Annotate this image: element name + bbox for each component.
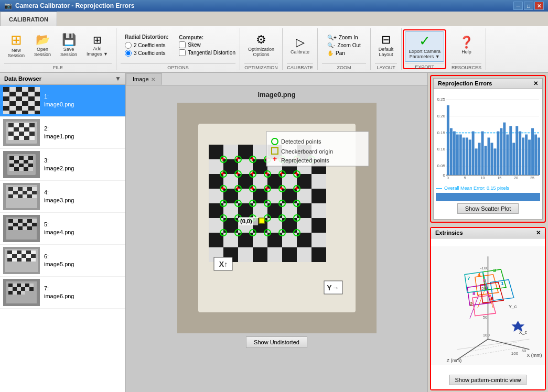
svg-rect-35 (28, 111, 35, 114)
svg-rect-315 (475, 148, 478, 175)
browser-item-1[interactable]: 1: image0.png (0, 85, 125, 117)
browser-name-7: image6.png (44, 292, 74, 300)
svg-rect-71 (9, 164, 14, 167)
save-session-button[interactable]: 💾 SaveSession (57, 31, 81, 60)
browser-list[interactable]: 1: image0.png (0, 85, 125, 392)
browser-label-7: 7: image6.png (44, 285, 74, 301)
mean-error-bar (436, 193, 540, 201)
svg-rect-103 (8, 219, 13, 223)
svg-rect-333 (531, 128, 534, 176)
svg-rect-7 (3, 92, 9, 96)
svg-rect-13 (3, 96, 9, 101)
svg-text:Checkerboard origin: Checkerboard origin (281, 148, 333, 155)
resources-group-label: RESOURCES (452, 63, 481, 70)
svg-rect-78 (19, 167, 24, 171)
svg-rect-329 (519, 132, 521, 176)
svg-rect-8 (9, 92, 16, 96)
show-undistorted-button[interactable]: Show Undistorted (246, 336, 307, 348)
data-browser-collapse-btn[interactable]: ▼ (115, 75, 121, 82)
svg-rect-317 (481, 132, 484, 176)
svg-rect-313 (469, 139, 471, 175)
browser-item-4[interactable]: 4: image3.png (0, 181, 125, 213)
svg-rect-151 (21, 287, 25, 291)
svg-rect-137 (22, 258, 26, 262)
svg-rect-311 (463, 137, 465, 175)
browser-item-2[interactable]: 2: image1.png (0, 117, 125, 149)
svg-rect-80 (28, 167, 33, 171)
svg-rect-73 (19, 164, 24, 167)
optimization-icon: ⚙ (256, 34, 266, 46)
close-button[interactable]: ✕ (534, 2, 544, 10)
reprojection-errors-close-icon[interactable]: ✕ (533, 80, 538, 87)
optimization-group-label: OPTIMIZATION (244, 63, 278, 70)
thumbnail-2 (3, 119, 40, 146)
svg-rect-322 (497, 132, 499, 176)
help-button[interactable]: ❓ Help (456, 34, 477, 57)
svg-rect-324 (503, 123, 506, 175)
radial-distortion-label: Radial Distortion: (125, 34, 168, 40)
optimization-options-button[interactable]: ⚙ OptimizationOptions (244, 31, 278, 60)
maximize-button[interactable]: □ (524, 2, 533, 10)
add-images-label: AddImages ▼ (87, 46, 108, 57)
svg-rect-62 (14, 156, 19, 160)
svg-rect-4 (22, 87, 28, 92)
export-camera-params-button[interactable]: ✓ Export CameraParameters ▼ (405, 31, 444, 62)
checkbox-skew[interactable]: Skew (179, 41, 235, 48)
new-session-button[interactable]: ⊞ NewSession (4, 30, 28, 61)
svg-rect-155 (13, 291, 17, 295)
checkbox-tangential[interactable]: Tangential Distortion (179, 49, 235, 56)
svg-rect-3 (16, 87, 22, 92)
help-label: Help (461, 49, 471, 55)
show-scatter-plot-button[interactable]: Show Scatter Plot (457, 203, 519, 214)
add-images-button[interactable]: ⊞ AddImages ▼ (83, 32, 112, 59)
title-bar-controls[interactable]: ─ □ ✕ (513, 2, 544, 10)
svg-text:X (mm): X (mm) (526, 353, 542, 358)
ribbon-group-resources: ❓ Help RESOURCES (447, 28, 486, 70)
zoom-out-label: Zoom Out (337, 42, 360, 48)
svg-rect-183 (311, 174, 326, 189)
svg-rect-30 (35, 106, 40, 111)
open-session-button[interactable]: 📂 OpenSession (30, 31, 55, 60)
browser-item-7[interactable]: 7: image6.png (0, 277, 125, 309)
svg-rect-114 (32, 223, 37, 226)
svg-rect-100 (32, 194, 37, 198)
default-layout-button[interactable]: ⊟ DefaultLayout (375, 31, 397, 60)
browser-item-3[interactable]: 3: image2.png (0, 149, 125, 181)
svg-rect-25 (3, 106, 9, 111)
export-group-label: EXPORT (405, 63, 444, 70)
tab-image-label: Image (133, 76, 149, 82)
svg-rect-49 (8, 132, 14, 136)
save-session-icon: 💾 (62, 34, 76, 46)
extrinsics-close-icon[interactable]: ✕ (536, 230, 541, 236)
show-pattern-centric-button[interactable]: Show pattern-centric view (449, 375, 527, 385)
browser-name-4: image3.png (44, 197, 74, 204)
tab-image[interactable]: Image ✕ (126, 73, 162, 85)
svg-text:20: 20 (514, 176, 518, 180)
svg-rect-88 (32, 187, 37, 191)
svg-rect-131 (22, 254, 26, 258)
svg-text:2: 2 (470, 301, 473, 307)
new-session-label: NewSession (8, 48, 25, 58)
svg-rect-86 (23, 187, 27, 191)
svg-rect-117 (18, 226, 23, 230)
svg-rect-147 (29, 284, 34, 287)
browser-name-3: image2.png (44, 165, 74, 172)
calibrate-label: Calibrate (291, 49, 309, 55)
zoom-out-button[interactable]: 🔍- Zoom Out (326, 42, 362, 49)
browser-item-5[interactable]: 5: image4.png (0, 213, 125, 245)
svg-rect-51 (19, 132, 24, 136)
zoom-in-button[interactable]: 🔍+ Zoom In (326, 34, 362, 41)
browser-item-6[interactable]: 6: image5.png (0, 245, 125, 277)
minimize-button[interactable]: ─ (513, 2, 523, 10)
radio-3-coefficients[interactable]: 3 Coefficients (125, 50, 168, 57)
svg-rect-83 (8, 187, 13, 191)
tab-calibration[interactable]: CALIBRATION (0, 12, 57, 26)
open-session-icon: 📂 (36, 34, 50, 46)
svg-text:X_c: X_c (519, 330, 528, 335)
tab-close-icon[interactable]: ✕ (151, 77, 155, 82)
radio-2-coefficients[interactable]: 2 Coefficients (125, 42, 168, 49)
svg-text:Y_c: Y_c (509, 304, 517, 309)
pan-button[interactable]: ✋ Pan (326, 50, 362, 57)
browser-id-6: 6: (44, 253, 74, 260)
calibrate-button[interactable]: ▷ Calibrate (287, 34, 313, 57)
